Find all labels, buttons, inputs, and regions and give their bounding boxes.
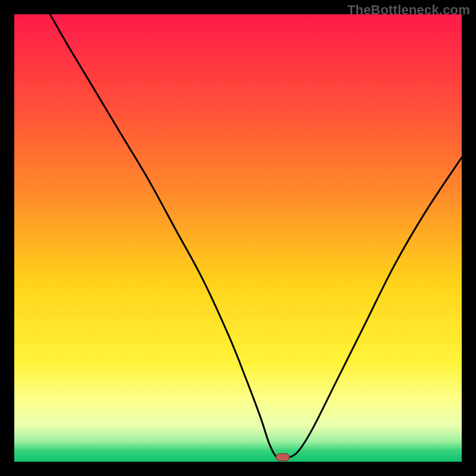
bottleneck-chart	[14, 14, 462, 462]
gradient-background	[14, 14, 462, 462]
chart-frame: TheBottleneck.com	[0, 0, 476, 476]
optimal-point-marker	[276, 453, 289, 461]
plot-area	[14, 14, 462, 462]
